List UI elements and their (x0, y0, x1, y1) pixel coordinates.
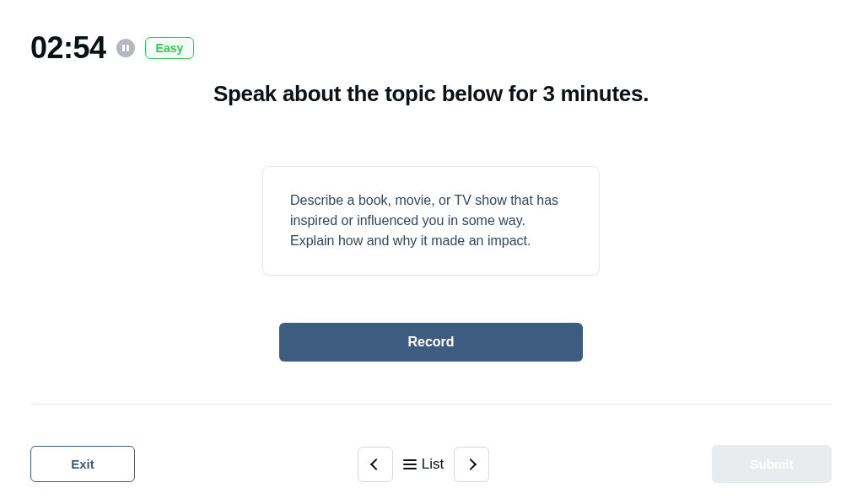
pause-icon[interactable] (116, 39, 135, 57)
difficulty-badge: Easy (145, 37, 195, 59)
exit-button[interactable]: Exit (30, 446, 135, 482)
list-indicator[interactable]: List (403, 456, 444, 473)
main-area: Speak about the topic below for 3 minute… (30, 66, 832, 405)
record-button[interactable]: Record (279, 323, 583, 362)
prompt-card: Describe a book, movie, or TV show that … (262, 166, 600, 276)
timer-value: 02:54 (30, 30, 106, 66)
list-icon (403, 459, 417, 469)
prompt-text: Describe a book, movie, or TV show that … (290, 190, 572, 251)
instruction-title: Speak about the topic below for 3 minute… (213, 81, 649, 107)
submit-button: Submit (712, 445, 832, 483)
header-row: 02:54 Easy (30, 30, 832, 66)
prev-button[interactable] (358, 447, 393, 482)
chevron-right-icon (465, 458, 477, 469)
list-label: List (422, 456, 444, 473)
chevron-left-icon (370, 458, 382, 469)
footer: Exit List Submit (30, 405, 832, 483)
next-button[interactable] (454, 447, 489, 482)
nav-group: List (358, 447, 489, 482)
